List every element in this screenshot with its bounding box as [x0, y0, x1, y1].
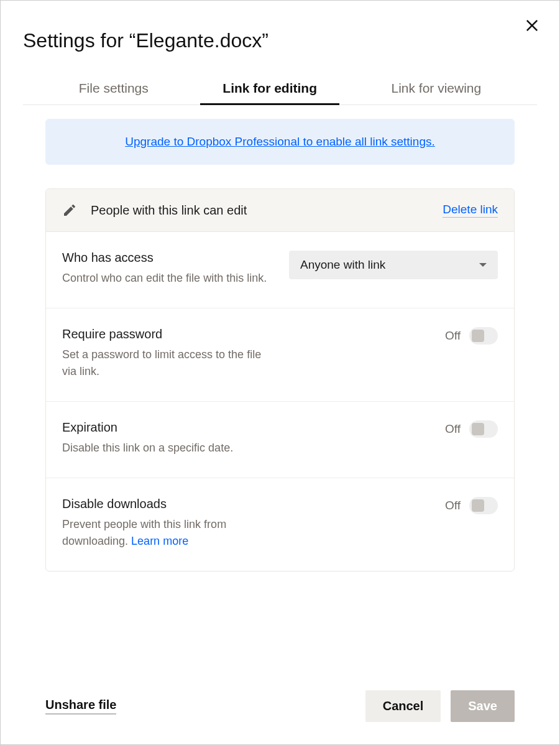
settings-modal: Settings for “Elegante.docx” File settin…	[1, 1, 559, 744]
downloads-toggle[interactable]	[469, 497, 498, 514]
expiration-toggle[interactable]	[469, 420, 498, 438]
toggle-knob	[472, 330, 484, 342]
toggle-knob	[472, 499, 484, 512]
setting-access-title: Who has access	[62, 251, 273, 265]
save-button[interactable]: Save	[451, 690, 515, 722]
setting-password-desc: Set a password to limit access to the fi…	[62, 346, 273, 380]
tabs: File settings Link for editing Link for …	[23, 75, 537, 105]
cancel-button[interactable]: Cancel	[365, 690, 441, 722]
password-toggle[interactable]	[469, 327, 498, 345]
tab-content: Upgrade to Dropbox Professional to enabl…	[23, 105, 537, 722]
chevron-down-icon	[479, 263, 487, 267]
close-icon[interactable]	[523, 17, 541, 34]
setting-expiration-title: Expiration	[62, 420, 273, 435]
pencil-icon	[62, 203, 77, 218]
toggle-knob	[472, 423, 484, 435]
modal-footer: Unshare file Cancel Save	[45, 665, 515, 722]
setting-downloads-desc: Prevent people with this link from downl…	[62, 516, 273, 550]
card-header-text: People with this link can edit	[91, 203, 443, 218]
tab-file-settings[interactable]: File settings	[69, 75, 158, 104]
access-dropdown-value: Anyone with link	[300, 258, 385, 272]
setting-disable-downloads: Disable downloads Prevent people with th…	[46, 478, 514, 571]
modal-title: Settings for “Elegante.docx”	[23, 29, 537, 52]
card-header: People with this link can edit Delete li…	[46, 189, 514, 232]
setting-who-has-access: Who has access Control who can edit the …	[46, 232, 514, 308]
learn-more-link[interactable]: Learn more	[131, 535, 188, 547]
upgrade-link[interactable]: Upgrade to Dropbox Professional to enabl…	[125, 135, 435, 148]
setting-access-desc: Control who can edit the file with this …	[62, 270, 273, 287]
setting-require-password: Require password Set a password to limit…	[46, 308, 514, 402]
delete-link-button[interactable]: Delete link	[443, 203, 498, 218]
password-toggle-label: Off	[445, 329, 461, 343]
setting-expiration: Expiration Disable this link on a specif…	[46, 402, 514, 478]
setting-expiration-desc: Disable this link on a specific date.	[62, 440, 273, 456]
expiration-toggle-label: Off	[445, 422, 461, 436]
tab-link-viewing[interactable]: Link for viewing	[381, 75, 491, 104]
upgrade-banner: Upgrade to Dropbox Professional to enabl…	[45, 119, 515, 165]
tab-link-editing[interactable]: Link for editing	[213, 75, 327, 104]
downloads-toggle-label: Off	[445, 499, 461, 512]
setting-password-title: Require password	[62, 327, 273, 341]
link-settings-card: People with this link can edit Delete li…	[45, 188, 515, 571]
setting-downloads-title: Disable downloads	[62, 497, 273, 511]
unshare-file-button[interactable]: Unshare file	[45, 698, 116, 715]
access-dropdown[interactable]: Anyone with link	[289, 251, 498, 279]
